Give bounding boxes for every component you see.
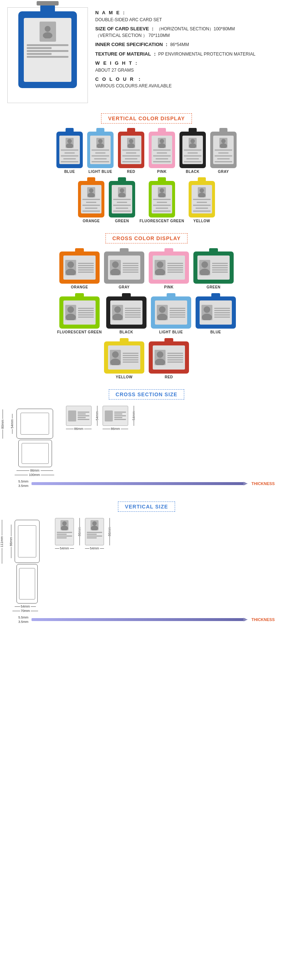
color-item-label: LIGHT BLUE (89, 170, 112, 173)
h-card-line (123, 357, 138, 358)
color-item-label: YELLOW (116, 375, 133, 379)
thickness-dims-v: 5.5mm 3.5mm (18, 616, 29, 624)
v-card-inner (121, 135, 141, 164)
v-card-holder (78, 181, 104, 218)
dim-86mm: 86mm (16, 469, 53, 472)
cd-line-1b (78, 414, 86, 415)
v-card-line (217, 158, 230, 159)
cd-line-2b (114, 414, 122, 415)
v-card-line (122, 150, 140, 151)
h-card-clip (165, 338, 173, 342)
thickness-dim2-v: 3.5mm (18, 620, 29, 624)
h-card-holder (149, 341, 189, 374)
v-card-line (91, 161, 109, 162)
name-value: DOUBLE-SIDED ARC CARD SET (95, 17, 162, 22)
h-card-line (167, 357, 183, 358)
card-clip (158, 177, 166, 182)
h-card-line (78, 317, 94, 318)
cd-line-1a (78, 412, 90, 413)
h-card-inner (155, 301, 187, 325)
cd-line-2a (114, 412, 126, 413)
size-horizontal: （HORIZONTAL SECTION）100*80MM (156, 26, 235, 32)
v-card-line (153, 161, 171, 162)
h-card-lines (212, 262, 228, 274)
h-card-line (212, 269, 228, 270)
v-card-line (91, 155, 109, 156)
inner-value: 86*54MM (170, 42, 189, 47)
vcd-photo-1 (61, 520, 69, 530)
h-card-line (123, 361, 138, 363)
product-info: N A M E : DOUBLE-SIDED ARC CARD SET SIZE… (95, 7, 286, 103)
color-item-label: ORANGE (71, 285, 88, 289)
dim-54mm-vcard1: 54mm (55, 546, 74, 550)
h-card-photo (110, 350, 121, 365)
svg-point-45 (91, 526, 98, 530)
svg-point-10 (191, 139, 195, 143)
v-card-line (193, 210, 211, 212)
h-card-line (123, 265, 138, 266)
h-card-line (78, 272, 94, 273)
svg-point-24 (112, 261, 118, 268)
vertical-display-title: VERTICAL COLOR DISPLAY (101, 113, 192, 124)
h-card-inner (63, 256, 96, 280)
vcd-line-4 (57, 537, 67, 538)
card-clip (96, 128, 104, 132)
color-item-label: GRAY (218, 170, 229, 173)
v-card-inner (213, 135, 234, 164)
h-card-line (214, 314, 230, 315)
h-card-line (167, 360, 183, 360)
vcd-lines-2 (87, 531, 102, 539)
v-card-line (197, 202, 207, 203)
vertical-size-diagram-row: 111mm 86mm 54mm (7, 518, 286, 612)
svg-point-6 (129, 139, 133, 143)
h-card-line (78, 265, 94, 266)
svg-point-23 (66, 269, 76, 275)
v-card-line (91, 150, 109, 151)
v-card-line (153, 210, 171, 212)
h-card-line (78, 269, 94, 270)
color-item: GRAY (104, 248, 144, 289)
h-card-inner (108, 256, 140, 280)
color-item-label: RED (165, 375, 173, 379)
color-item: FLUORESCENT GREEN (57, 293, 102, 334)
h-card-line (123, 272, 138, 273)
v-card-line (153, 199, 171, 200)
h-card-line (170, 317, 185, 318)
vcd2-line-1 (87, 532, 102, 533)
h-card-photo (155, 260, 165, 275)
color-item: RED (149, 338, 189, 379)
h-card-inner (153, 256, 185, 280)
svg-point-3 (66, 143, 73, 148)
size-label: SIZE OF CARD SLEEVE ： (95, 26, 155, 32)
v-card-line (113, 210, 131, 212)
v-card-photo (118, 187, 126, 197)
h-card-line (167, 272, 183, 273)
weight-label: W E I G H T : (95, 60, 286, 67)
v-card-line (184, 161, 202, 162)
color-item-label: BLUE (64, 170, 75, 173)
thickness-bar (32, 482, 246, 485)
size-row: SIZE OF CARD SLEEVE ： （HORIZONTAL SECTIO… (95, 25, 286, 39)
svg-point-18 (160, 188, 164, 192)
outer-outline-v2 (16, 564, 38, 603)
h-card-inner (63, 301, 96, 325)
svg-point-39 (110, 359, 120, 365)
vcd-photo-2 (90, 520, 99, 530)
v-card-photo (96, 138, 104, 148)
dim-86mm-card1: 86mm (66, 427, 91, 431)
thickness-row: 5.5mm 3.5mm THICKNESS (7, 477, 286, 488)
cross-display-title-box: CROSS COLOR DISPLAY (0, 233, 293, 243)
svg-point-13 (220, 143, 227, 148)
thickness-dim1-v: 5.5mm (18, 616, 29, 619)
v-card-line (193, 199, 211, 200)
h-card-line (167, 353, 183, 354)
v-card-line (157, 202, 167, 203)
svg-point-22 (67, 261, 74, 268)
v-card-line (116, 208, 128, 209)
color-item-label: GREEN (115, 219, 129, 223)
v-card-line (215, 155, 232, 156)
texture-label: TEXTURE OF MATERIAL ： (95, 51, 157, 57)
v-card-photo (127, 138, 135, 148)
h-card-photo (65, 305, 76, 320)
h-card-inner (110, 301, 142, 325)
